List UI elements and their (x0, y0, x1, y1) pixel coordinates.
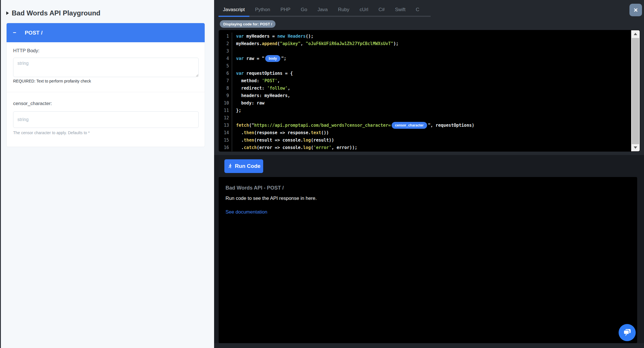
code-line-8: 8 redirect: 'follow', (219, 85, 640, 92)
code-token: Headers (288, 34, 306, 39)
code-token: (error => console. (257, 145, 303, 150)
code-token: }; (236, 108, 241, 113)
code-token: then (244, 138, 254, 143)
code-text: .then(response => response.text()) (232, 129, 640, 136)
code-line-12: 12 (219, 114, 640, 122)
line-number: 2 (219, 41, 232, 46)
code-token: , (288, 86, 290, 91)
post-endpoint-card: − POST / HTTP Body: REQUIRED: Text to pe… (6, 23, 205, 147)
code-line-3: 3 (219, 47, 640, 55)
tab-java[interactable]: Java (313, 2, 332, 17)
scrollbar-thumb[interactable] (632, 38, 639, 144)
code-text (232, 114, 640, 122)
censor-character-help: The censor character to apply. Defaults … (13, 130, 198, 135)
code-text: }; (232, 107, 640, 114)
close-icon: ✕ (633, 7, 638, 13)
tab-python[interactable]: Python (251, 2, 275, 17)
code-token: 'follow' (267, 86, 287, 91)
code-token: "apikey" (280, 41, 301, 46)
tab-swift[interactable]: Swift (391, 2, 410, 17)
collapse-minus-icon[interactable]: − (13, 29, 16, 36)
code-token: 'error' (313, 145, 331, 150)
censor-character-label: censor_character: (13, 101, 198, 106)
code-token: , (277, 78, 280, 83)
code-editor[interactable]: 1var myHeaders = new Headers();2myHeader… (219, 30, 640, 152)
code-line-11: 11}; (219, 107, 640, 114)
code-param-pill[interactable]: body (265, 55, 280, 62)
code-token: var (236, 56, 244, 61)
bottom-strip (214, 343, 644, 348)
playground-header: Bad Words API Playground (6, 9, 100, 17)
code-token: (result => console. (254, 138, 303, 143)
line-number: 4 (219, 56, 232, 61)
code-token: myHeaders. (236, 41, 262, 46)
chat-widget-button[interactable] (619, 324, 636, 341)
code-text: myHeaders.append("apikey", "oJuF6kUFiR6a… (232, 40, 640, 47)
code-token: then (244, 130, 254, 135)
http-body-label: HTTP Body: (13, 48, 198, 53)
tab-curl[interactable]: cUrl (355, 2, 373, 17)
code-line-6: 6var requestOptions = { (219, 70, 640, 77)
scroll-down-icon (634, 146, 637, 149)
post-section-header[interactable]: − POST / (7, 23, 205, 42)
line-number: 16 (219, 145, 232, 150)
scroll-up-icon (634, 33, 637, 35)
tab-ruby[interactable]: Ruby (333, 2, 354, 17)
code-line-7: 7 method: 'POST', (219, 77, 640, 85)
tab-javascript[interactable]: Javascript (218, 2, 249, 17)
code-token: body: raw (236, 100, 264, 106)
scroll-up-button[interactable] (631, 30, 640, 38)
line-number: 5 (219, 63, 232, 69)
line-number: 11 (219, 108, 232, 113)
code-token: . (236, 130, 244, 135)
code-token: requestOptions = { (244, 71, 293, 76)
code-token: ()) (321, 130, 329, 135)
code-token: . (236, 138, 244, 143)
scroll-down-button[interactable] (631, 144, 640, 151)
http-body-input[interactable] (13, 58, 199, 77)
line-number: 12 (219, 115, 232, 120)
line-number: 6 (219, 71, 232, 76)
line-number: 3 (219, 49, 232, 54)
code-token: myHeaders = (244, 34, 277, 39)
code-token: . (236, 145, 244, 150)
http-body-help: REQUIRED: Text to perform profanity chec… (13, 79, 198, 84)
tab-c[interactable]: C (411, 2, 424, 17)
code-text: headers: myHeaders, (232, 92, 640, 99)
code-token: ", requestOptions) (428, 123, 474, 128)
code-token: ); (393, 41, 399, 46)
code-token (285, 34, 288, 39)
code-text: method: 'POST', (232, 77, 640, 85)
tab-c[interactable]: C# (374, 2, 389, 17)
code-token: var (236, 71, 244, 76)
close-button[interactable]: ✕ (629, 4, 642, 16)
run-code-label: Run Code (235, 163, 261, 169)
code-text: var requestOptions = { (232, 70, 640, 77)
tab-php[interactable]: PHP (276, 2, 295, 17)
line-number: 8 (219, 86, 232, 91)
code-rows: 1var myHeaders = new Headers();2myHeader… (219, 30, 640, 151)
code-token: "; (281, 56, 286, 61)
code-token: redirect: (236, 86, 267, 91)
code-token: method: (236, 78, 262, 83)
code-token: ( (311, 145, 313, 150)
code-token: https://api.promptapi.com/bad_words?cens… (254, 123, 391, 128)
code-text: redirect: 'follow', (232, 85, 640, 92)
see-documentation-link[interactable]: See documentation (226, 209, 267, 215)
tab-go[interactable]: Go (296, 2, 312, 17)
censor-character-input[interactable] (13, 111, 199, 128)
language-tabs: JavascriptPythonPHPGoJavaRubycUrlC#Swift… (218, 2, 431, 17)
line-number: 14 (219, 130, 232, 135)
code-line-13: 13fetch("https://api.promptapi.com/bad_w… (219, 122, 640, 129)
run-code-button[interactable]: Run Code (224, 159, 263, 173)
code-param-pill[interactable]: censor_character (392, 122, 427, 129)
editor-scrollbar[interactable] (631, 30, 640, 151)
code-token: ( (277, 41, 280, 46)
code-token: (result)) (311, 138, 334, 143)
code-text (232, 47, 640, 55)
line-number: 10 (219, 100, 232, 106)
code-token: var (236, 34, 244, 39)
parameters-panel: Bad Words API Playground − POST / HTTP B… (0, 0, 214, 348)
code-text: var raw = "body"; (232, 55, 640, 62)
code-line-16: 16 .catch(error => console.log('error', … (219, 144, 640, 151)
